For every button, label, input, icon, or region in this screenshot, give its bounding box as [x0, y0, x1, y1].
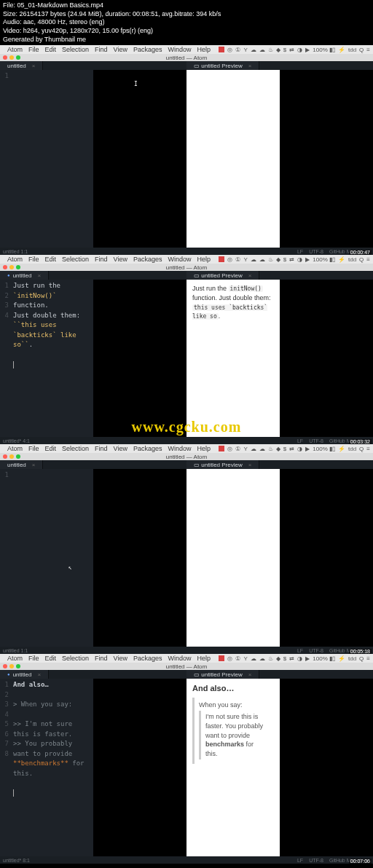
tab-untitled[interactable]: untitled × [0, 670, 49, 679]
minimize-icon[interactable] [9, 454, 14, 459]
status-icon[interactable]: ☁ [259, 655, 265, 662]
menu-selection[interactable]: Selection [62, 655, 89, 662]
notifications-icon[interactable]: ≡ [366, 446, 370, 452]
tab-preview[interactable]: ▭ untitled Preview × [186, 670, 259, 679]
close-icon[interactable] [3, 664, 7, 668]
status-icon[interactable]: ▶ [305, 655, 310, 662]
menu-edit[interactable]: Edit [45, 46, 57, 53]
status-icon[interactable]: ▶ [305, 47, 310, 53]
menu-find[interactable]: Find [95, 655, 108, 662]
close-tab-icon[interactable]: × [248, 462, 252, 468]
power-icon[interactable]: ⚡ [338, 47, 345, 53]
battery-label[interactable]: 100% ▮▯ [313, 655, 335, 662]
close-icon[interactable] [3, 55, 7, 60]
status-icon[interactable]: ☁ [251, 47, 256, 53]
user-label[interactable]: tdd [348, 47, 356, 53]
status-icon[interactable]: ☁ [251, 446, 256, 452]
status-icon[interactable]: $ [283, 446, 286, 452]
battery-label[interactable]: 100% ▮▯ [313, 446, 335, 452]
menu-selection[interactable]: Selection [62, 46, 89, 53]
menu-file[interactable]: File [28, 655, 39, 662]
status-icon[interactable]: ① [235, 655, 240, 662]
status-icon[interactable]: ◆ [276, 47, 280, 53]
power-icon[interactable]: ⚡ [338, 655, 345, 662]
status-icon[interactable]: Υ [243, 446, 247, 452]
editor-pane[interactable]: 1 2 3 4 5 6 7 8 And also… > When you say… [0, 679, 93, 856]
zoom-icon[interactable] [16, 664, 20, 668]
menu-find[interactable]: Find [95, 256, 108, 263]
window-titlebar[interactable]: untitled — Atom [0, 54, 373, 61]
spotlight-icon[interactable]: Q [359, 446, 364, 452]
menu-help[interactable]: Help [197, 46, 211, 53]
close-tab-icon[interactable]: × [32, 63, 36, 69]
menu-view[interactable]: View [114, 445, 127, 452]
status-icon[interactable]: Υ [243, 256, 247, 263]
status-icon[interactable]: $ [283, 256, 286, 263]
battery-label[interactable]: 100% ▮▯ [313, 47, 335, 53]
wifi-icon[interactable]: ⇄ [289, 655, 294, 662]
power-icon[interactable]: ⚡ [338, 446, 345, 452]
menu-window[interactable]: Window [168, 256, 191, 263]
menu-window[interactable]: Window [168, 46, 191, 53]
close-icon[interactable] [3, 454, 7, 459]
wifi-icon[interactable]: ⇄ [289, 256, 294, 263]
menu-help[interactable]: Help [197, 256, 211, 263]
close-tab-icon[interactable]: × [37, 671, 41, 678]
menu-window[interactable]: Window [168, 445, 191, 452]
editor-pane[interactable]: 1 2 3 4 Just run the `initNow()` functio… [0, 280, 93, 437]
tab-preview[interactable]: ▭ untitled Preview × [186, 460, 259, 469]
status-encoding[interactable]: UTF-8 [309, 648, 323, 653]
tab-untitled[interactable]: untitled × [0, 271, 49, 280]
status-icon[interactable]: ☁ [251, 655, 256, 662]
menu-view[interactable]: View [114, 256, 127, 263]
menu-find[interactable]: Find [95, 46, 108, 53]
status-icon[interactable]: ◆ [276, 446, 280, 452]
notifications-icon[interactable]: ≡ [366, 655, 370, 662]
zoom-icon[interactable] [16, 454, 20, 459]
status-eol[interactable]: LF [297, 438, 303, 443]
close-tab-icon[interactable]: × [248, 63, 252, 69]
editor-pane[interactable]: 1 ↖ [0, 469, 93, 647]
minimize-icon[interactable] [9, 664, 14, 668]
status-icon[interactable]: $ [283, 655, 286, 662]
close-tab-icon[interactable]: × [37, 272, 41, 279]
user-label[interactable]: tdd [348, 256, 356, 263]
status-icon[interactable]: Υ [243, 655, 247, 662]
notifications-icon[interactable]: ≡ [366, 47, 370, 53]
status-icon[interactable]: ☁ [259, 446, 265, 452]
menu-packages[interactable]: Packages [133, 445, 162, 452]
user-label[interactable]: tdd [348, 655, 356, 662]
menu-edit[interactable]: Edit [45, 256, 57, 263]
status-icon[interactable]: ☁ [259, 47, 265, 53]
volume-icon[interactable]: ◑ [297, 256, 302, 263]
status-icon[interactable]: ① [235, 256, 240, 263]
menu-file[interactable]: File [28, 46, 39, 53]
menu-help[interactable]: Help [197, 445, 211, 452]
code-area[interactable]: Just run the `initNow()` function. Just … [10, 280, 93, 437]
status-icon[interactable]: ① [235, 47, 240, 53]
notifications-icon[interactable]: ≡ [366, 256, 370, 263]
close-tab-icon[interactable]: × [32, 462, 36, 468]
spotlight-icon[interactable]: Q [359, 256, 364, 263]
window-titlebar[interactable]: untitled — Atom [0, 264, 373, 271]
window-titlebar[interactable]: untitled — Atom [0, 663, 373, 670]
status-icon[interactable]: ♨ [268, 47, 273, 53]
status-icon[interactable]: $ [283, 47, 286, 53]
close-icon[interactable] [3, 265, 7, 269]
window-titlebar[interactable]: untitled — Atom [0, 453, 373, 460]
menu-find[interactable]: Find [95, 445, 108, 452]
tab-untitled[interactable]: untitled × [0, 61, 43, 70]
menu-atom[interactable]: Atom [7, 445, 23, 452]
wifi-icon[interactable]: ⇄ [289, 446, 294, 452]
status-icon[interactable]: ☁ [251, 256, 256, 263]
menu-atom[interactable]: Atom [7, 46, 23, 53]
user-label[interactable]: tdd [348, 446, 356, 452]
zoom-icon[interactable] [16, 55, 20, 60]
menu-selection[interactable]: Selection [62, 445, 89, 452]
spotlight-icon[interactable]: Q [359, 47, 364, 53]
tab-preview[interactable]: ▭ untitled Preview × [186, 271, 259, 280]
volume-icon[interactable]: ◑ [297, 655, 302, 662]
code-area[interactable]: I [10, 70, 93, 248]
status-encoding[interactable]: UTF-8 [309, 438, 323, 443]
status-eol[interactable]: LF [297, 648, 303, 653]
